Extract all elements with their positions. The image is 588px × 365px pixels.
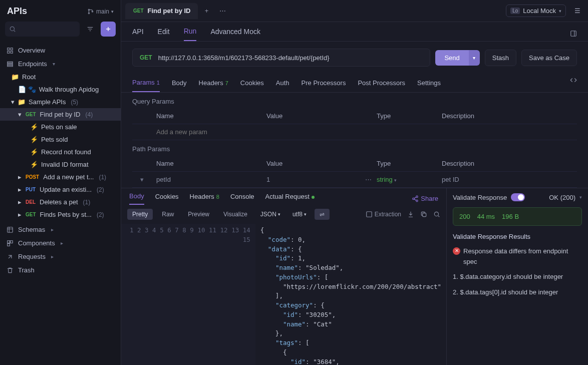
fmt-preview[interactable]: Preview [183,209,214,220]
tree-root[interactable]: 📁 Root [0,71,121,83]
fmt-wrap[interactable]: ⇌ [315,209,330,220]
svg-point-0 [88,9,89,10]
nav-schemas[interactable]: Schemas▸ [0,223,121,236]
send-button[interactable]: Send ▾ [435,50,479,66]
extraction-button[interactable]: Extraction [366,211,401,218]
panel-toggle-icon[interactable] [570,30,577,39]
tree-item-delete-pet[interactable]: ▸DELDeletes a pet(1) [0,196,121,208]
chevron-down-icon[interactable]: ▾ [579,195,582,200]
folder-icon: 📁 [18,98,26,106]
sidebar-title: APIs [7,6,27,17]
reqtab-headers[interactable]: Headers7 [199,74,228,92]
reqtab-post[interactable]: Post Processors [358,74,405,92]
overview-icon [6,47,14,54]
subtab-edit[interactable]: Edit [158,28,170,41]
svg-rect-5 [11,48,13,50]
query-params-label: Query Params [121,93,588,108]
svg-point-21 [434,212,438,216]
reqtab-cookies[interactable]: Cookies [240,74,264,92]
tree-item-update-pet[interactable]: ▸PUTUpdate an existi...(2) [0,183,121,196]
tab-add-button[interactable]: + [200,4,214,18]
validation-rule: 1. $.data.category.id should be integer [453,272,582,282]
tree-item-not-found[interactable]: ⚡Record not found [0,146,121,158]
path-param-row[interactable]: ▾ petId 1⋯ string ▾ pet ID [132,172,577,188]
download-icon[interactable] [407,211,414,218]
subtab-api[interactable]: API [132,28,144,41]
svg-rect-4 [8,48,10,50]
svg-rect-8 [8,62,13,63]
add-param-row[interactable] [132,124,577,140]
reqtab-body[interactable]: Body [172,74,187,92]
share-button[interactable]: Share [412,195,438,202]
svg-rect-14 [8,243,10,246]
resptab-cookies[interactable]: Cookies [155,193,179,204]
filter-button[interactable] [83,22,98,37]
tree-item-pets-sold[interactable]: ⚡Pets sold [0,133,121,146]
doc-icon: 📄 🐾 [18,86,36,93]
validate-label: Validate Response [453,194,507,201]
send-dropdown[interactable]: ▾ [469,50,480,66]
fmt-utf8-select[interactable]: utf8▾ [288,209,311,220]
validation-error: ✕ Response data differs from endpoint sp… [453,246,582,267]
nav-requests[interactable]: Requests▸ [0,250,121,263]
environment-selector[interactable]: Lo Local Mock ▾ [506,5,566,17]
svg-rect-12 [8,240,10,243]
fmt-json-select[interactable]: JSON▾ [256,209,284,220]
resptab-console[interactable]: Console [230,193,254,204]
nav-endpoints[interactable]: Endpoints ▾ [0,57,121,71]
tree-sample-apis[interactable]: ▾ 📁 Sample APIs (5) [0,96,121,108]
sidebar: APIs main ▾ Overview Endpoints ▾ � [0,0,121,365]
fmt-visualize[interactable]: Visualize [218,209,252,220]
resptab-body[interactable]: Body [129,192,144,205]
subtab-run[interactable]: Run [184,27,197,41]
svg-rect-20 [423,213,426,217]
validate-toggle[interactable] [511,193,525,201]
tree-item-add-pet[interactable]: ▸POSTAdd a new pet t...(1) [0,171,121,183]
lightning-icon: ⚡ [30,136,38,143]
svg-rect-7 [11,51,13,53]
tree-item-find-status[interactable]: ▸GETFinds Pets by st...(2) [0,208,121,221]
response-body[interactable]: 1 2 3 4 5 6 7 8 9 10 11 12 13 14 15 { "c… [121,224,446,365]
search-icon[interactable] [433,211,440,218]
svg-point-3 [10,27,14,31]
endpoints-icon [6,61,14,68]
svg-rect-19 [366,212,372,217]
tabbar: GET Find pet by ID + ⋯ Lo Local Mock ▾ ☰ [121,0,588,22]
nav-overview[interactable]: Overview [0,44,121,57]
subtab-mock[interactable]: Advanced Mock [210,28,260,41]
stash-button[interactable]: Stash [485,50,516,66]
tree-item-find-pet[interactable]: ▾ GET Find pet by ID (4) [0,108,121,121]
resptab-headers[interactable]: Headers8 [190,193,219,204]
reqtab-pre[interactable]: Pre Processors [302,74,346,92]
add-button[interactable] [101,22,116,37]
resptab-actual[interactable]: Actual Request [265,193,315,204]
reqtab-params[interactable]: Params1 [132,74,160,92]
tab-find-pet[interactable]: GET Find pet by ID [125,3,198,19]
url-input[interactable]: GET http://127.0.0.1:3658/m1/602173-5682… [132,49,430,67]
svg-point-1 [88,13,89,14]
search-input[interactable] [5,22,80,37]
results-title: Validate Response Results [453,232,582,242]
tree-walkthrough[interactable]: 📄 🐾 Walk through Apidog [0,83,121,96]
code-icon[interactable] [570,77,577,89]
status-text: OK (200) [549,194,575,201]
reqtab-auth[interactable]: Auth [276,74,289,92]
reqtab-settings[interactable]: Settings [417,74,441,92]
fmt-raw[interactable]: Raw [157,209,179,220]
tab-more-button[interactable]: ⋯ [216,4,230,18]
validation-rule: 2. $.data.tags[0].id should be integer [453,287,582,298]
menu-button[interactable]: ☰ [571,7,584,15]
nav-trash[interactable]: Trash [0,263,121,277]
fmt-pretty[interactable]: Pretty [127,209,153,220]
svg-point-17 [413,198,415,200]
tree-item-invalid-id[interactable]: ⚡Invalid ID format [0,158,121,171]
error-icon: ✕ [453,247,460,255]
save-case-button[interactable]: Save as Case [521,50,577,66]
nav-components[interactable]: Components▸ [0,236,121,250]
param-header: Name Value Type Description [132,108,577,124]
copy-icon[interactable] [420,211,427,218]
add-param-input[interactable] [156,128,261,136]
tree-item-pets-sale[interactable]: ⚡Pets on sale [0,121,121,133]
path-param-header: Name Value Type Description [132,156,577,172]
branch-selector[interactable]: main ▾ [87,8,114,15]
